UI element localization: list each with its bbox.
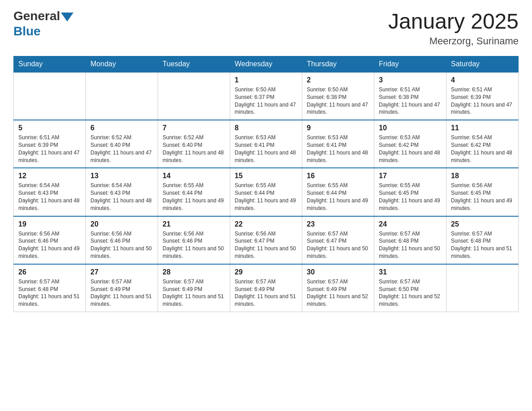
calendar-header-monday: Monday: [86, 56, 158, 73]
calendar-cell: 5Sunrise: 6:51 AMSunset: 6:39 PMDaylight…: [14, 120, 86, 168]
calendar-cell: 9Sunrise: 6:53 AMSunset: 6:41 PMDaylight…: [302, 120, 374, 168]
day-number: 27: [90, 268, 153, 276]
logo-blue-text: Blue: [13, 24, 41, 39]
day-info: Sunrise: 6:51 AMSunset: 6:38 PMDaylight:…: [379, 86, 442, 116]
day-number: 22: [235, 220, 297, 228]
calendar-header-tuesday: Tuesday: [158, 56, 230, 73]
calendar-cell: 3Sunrise: 6:51 AMSunset: 6:38 PMDaylight…: [374, 72, 446, 120]
day-number: 13: [90, 172, 153, 180]
day-number: 16: [307, 172, 369, 180]
day-number: 29: [235, 268, 297, 276]
day-number: 10: [379, 124, 442, 132]
calendar-cell: 21Sunrise: 6:56 AMSunset: 6:46 PMDayligh…: [158, 216, 230, 264]
day-number: 25: [451, 220, 514, 228]
day-info: Sunrise: 6:55 AMSunset: 6:44 PMDaylight:…: [235, 182, 297, 212]
calendar-week-4: 19Sunrise: 6:56 AMSunset: 6:46 PMDayligh…: [14, 216, 519, 264]
day-info: Sunrise: 6:57 AMSunset: 6:48 PMDaylight:…: [451, 230, 514, 260]
calendar-cell: 15Sunrise: 6:55 AMSunset: 6:44 PMDayligh…: [230, 168, 302, 216]
day-info: Sunrise: 6:54 AMSunset: 6:43 PMDaylight:…: [90, 182, 153, 212]
day-number: 9: [307, 124, 369, 132]
title-section: January 2025 Meerzorg, Suriname: [388, 9, 519, 47]
day-number: 30: [307, 268, 369, 276]
location-subtitle: Meerzorg, Suriname: [388, 35, 519, 47]
calendar-header-friday: Friday: [374, 56, 446, 73]
day-number: 23: [307, 220, 369, 228]
day-info: Sunrise: 6:52 AMSunset: 6:40 PMDaylight:…: [90, 134, 153, 164]
calendar-cell: 17Sunrise: 6:55 AMSunset: 6:45 PMDayligh…: [374, 168, 446, 216]
calendar-cell: [446, 264, 519, 312]
day-number: 17: [379, 172, 442, 180]
page-header: General Blue January 2025 Meerzorg, Suri…: [13, 9, 519, 47]
calendar-cell: 29Sunrise: 6:57 AMSunset: 6:49 PMDayligh…: [230, 264, 302, 312]
day-number: 18: [451, 172, 514, 180]
logo: General Blue: [13, 9, 74, 39]
day-info: Sunrise: 6:57 AMSunset: 6:49 PMDaylight:…: [163, 278, 225, 308]
day-number: 19: [18, 220, 81, 228]
calendar-cell: [14, 72, 86, 120]
calendar-cell: 22Sunrise: 6:56 AMSunset: 6:47 PMDayligh…: [230, 216, 302, 264]
calendar-cell: 14Sunrise: 6:55 AMSunset: 6:44 PMDayligh…: [158, 168, 230, 216]
calendar-cell: 18Sunrise: 6:56 AMSunset: 6:45 PMDayligh…: [446, 168, 519, 216]
day-number: 11: [451, 124, 514, 132]
calendar-cell: 23Sunrise: 6:57 AMSunset: 6:47 PMDayligh…: [302, 216, 374, 264]
calendar-week-1: 1Sunrise: 6:50 AMSunset: 6:37 PMDaylight…: [14, 72, 519, 120]
day-number: 21: [163, 220, 225, 228]
day-info: Sunrise: 6:50 AMSunset: 6:37 PMDaylight:…: [235, 86, 297, 116]
day-number: 14: [163, 172, 225, 180]
day-info: Sunrise: 6:57 AMSunset: 6:50 PMDaylight:…: [379, 278, 442, 308]
day-info: Sunrise: 6:52 AMSunset: 6:40 PMDaylight:…: [163, 134, 225, 164]
day-number: 12: [18, 172, 81, 180]
calendar-cell: 19Sunrise: 6:56 AMSunset: 6:46 PMDayligh…: [14, 216, 86, 264]
calendar-cell: 4Sunrise: 6:51 AMSunset: 6:39 PMDaylight…: [446, 72, 519, 120]
day-info: Sunrise: 6:55 AMSunset: 6:44 PMDaylight:…: [163, 182, 225, 212]
calendar-cell: 7Sunrise: 6:52 AMSunset: 6:40 PMDaylight…: [158, 120, 230, 168]
calendar-cell: 11Sunrise: 6:54 AMSunset: 6:42 PMDayligh…: [446, 120, 519, 168]
day-info: Sunrise: 6:50 AMSunset: 6:38 PMDaylight:…: [307, 86, 369, 116]
calendar-header-sunday: Sunday: [14, 56, 86, 73]
day-number: 7: [163, 124, 225, 132]
day-number: 26: [18, 268, 81, 276]
calendar-cell: 31Sunrise: 6:57 AMSunset: 6:50 PMDayligh…: [374, 264, 446, 312]
calendar-cell: 20Sunrise: 6:56 AMSunset: 6:46 PMDayligh…: [86, 216, 158, 264]
calendar-cell: 28Sunrise: 6:57 AMSunset: 6:49 PMDayligh…: [158, 264, 230, 312]
day-info: Sunrise: 6:57 AMSunset: 6:48 PMDaylight:…: [379, 230, 442, 260]
day-info: Sunrise: 6:56 AMSunset: 6:46 PMDaylight:…: [90, 230, 153, 260]
calendar-cell: 1Sunrise: 6:50 AMSunset: 6:37 PMDaylight…: [230, 72, 302, 120]
day-info: Sunrise: 6:51 AMSunset: 6:39 PMDaylight:…: [18, 134, 81, 164]
day-info: Sunrise: 6:57 AMSunset: 6:49 PMDaylight:…: [307, 278, 369, 308]
day-number: 3: [379, 76, 442, 84]
day-info: Sunrise: 6:55 AMSunset: 6:45 PMDaylight:…: [379, 182, 442, 212]
calendar-cell: 26Sunrise: 6:57 AMSunset: 6:48 PMDayligh…: [14, 264, 86, 312]
day-number: 20: [90, 220, 153, 228]
calendar-cell: 10Sunrise: 6:53 AMSunset: 6:42 PMDayligh…: [374, 120, 446, 168]
day-info: Sunrise: 6:54 AMSunset: 6:42 PMDaylight:…: [451, 134, 514, 164]
day-number: 24: [379, 220, 442, 228]
day-info: Sunrise: 6:57 AMSunset: 6:48 PMDaylight:…: [18, 278, 81, 308]
day-info: Sunrise: 6:54 AMSunset: 6:43 PMDaylight:…: [18, 182, 81, 212]
calendar-header-wednesday: Wednesday: [230, 56, 302, 73]
calendar-week-5: 26Sunrise: 6:57 AMSunset: 6:48 PMDayligh…: [14, 264, 519, 312]
calendar-cell: 25Sunrise: 6:57 AMSunset: 6:48 PMDayligh…: [446, 216, 519, 264]
calendar-cell: 16Sunrise: 6:55 AMSunset: 6:44 PMDayligh…: [302, 168, 374, 216]
day-info: Sunrise: 6:57 AMSunset: 6:49 PMDaylight:…: [235, 278, 297, 308]
logo-general-text: General: [13, 9, 60, 23]
day-number: 2: [307, 76, 369, 84]
calendar-cell: [158, 72, 230, 120]
day-info: Sunrise: 6:56 AMSunset: 6:46 PMDaylight:…: [18, 230, 81, 260]
day-info: Sunrise: 6:56 AMSunset: 6:45 PMDaylight:…: [451, 182, 514, 212]
calendar-cell: 13Sunrise: 6:54 AMSunset: 6:43 PMDayligh…: [86, 168, 158, 216]
day-info: Sunrise: 6:53 AMSunset: 6:41 PMDaylight:…: [235, 134, 297, 164]
day-info: Sunrise: 6:53 AMSunset: 6:42 PMDaylight:…: [379, 134, 442, 164]
day-number: 4: [451, 76, 514, 84]
calendar-week-2: 5Sunrise: 6:51 AMSunset: 6:39 PMDaylight…: [14, 120, 519, 168]
calendar-cell: 12Sunrise: 6:54 AMSunset: 6:43 PMDayligh…: [14, 168, 86, 216]
day-info: Sunrise: 6:57 AMSunset: 6:47 PMDaylight:…: [307, 230, 369, 260]
calendar-cell: 30Sunrise: 6:57 AMSunset: 6:49 PMDayligh…: [302, 264, 374, 312]
day-number: 31: [379, 268, 442, 276]
day-info: Sunrise: 6:55 AMSunset: 6:44 PMDaylight:…: [307, 182, 369, 212]
day-number: 5: [18, 124, 81, 132]
day-number: 1: [235, 76, 297, 84]
calendar-week-3: 12Sunrise: 6:54 AMSunset: 6:43 PMDayligh…: [14, 168, 519, 216]
calendar-cell: 6Sunrise: 6:52 AMSunset: 6:40 PMDaylight…: [86, 120, 158, 168]
day-info: Sunrise: 6:53 AMSunset: 6:41 PMDaylight:…: [307, 134, 369, 164]
